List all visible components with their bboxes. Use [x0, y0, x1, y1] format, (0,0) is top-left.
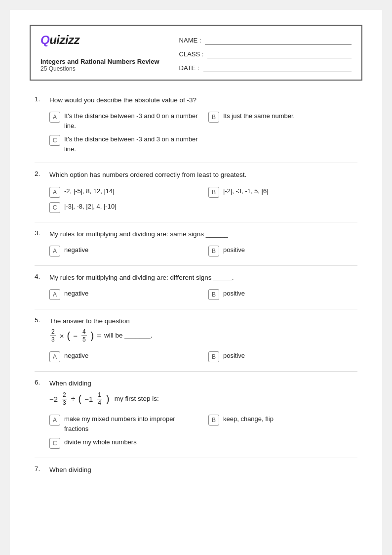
form-fields: NAME : CLASS : DATE :: [179, 33, 352, 72]
quiz-subtitle: 25 Questions: [40, 65, 159, 72]
answer-1a: A It's the distance between -3 and 0 on …: [49, 111, 198, 130]
answer-2b-label: B: [208, 187, 219, 198]
content: 1. How would you describe the absolute v…: [10, 90, 382, 499]
question-6-answers: A make my mixed numbers into improper fr…: [49, 414, 357, 449]
question-3-answers: A negative B positive: [49, 245, 357, 256]
left-paren-q6: (: [78, 394, 82, 404]
question-2-number: 2.: [35, 170, 44, 177]
question-4: 4. My rules for multiplying and dividing…: [35, 273, 357, 300]
equals-sign: =: [97, 332, 101, 340]
answer-6a-label: A: [49, 415, 60, 426]
answer-6b-text: keep, change, flip: [223, 414, 274, 424]
logo-uizizz: uizizz: [49, 33, 79, 46]
question-4-text: My rules for multiplying and dividing ar…: [49, 273, 234, 283]
answer-2a-label: A: [49, 187, 60, 198]
answer-5a: A negative: [49, 351, 198, 362]
question-5: 5. The answer to the question 2 3 × ( − …: [35, 316, 357, 362]
answer-2c-text: |-3|, -8, |2|, 4, |-10|: [64, 202, 117, 212]
question-7-text: When dividing: [49, 465, 91, 475]
date-line[interactable]: [203, 63, 352, 72]
divider-3: [35, 265, 357, 266]
answer-5b-label: B: [208, 351, 219, 362]
answer-3b-label: B: [208, 246, 219, 256]
answer-3a: A negative: [49, 245, 198, 256]
question-2-row: 2. Which option has numbers ordered corr…: [35, 170, 357, 180]
answer-3b: B positive: [208, 245, 357, 256]
question-6-text: When dividing: [49, 379, 159, 388]
header-box: Quizizz Integers and Rational Numbers Re…: [30, 25, 362, 81]
answer-3a-label: A: [49, 246, 60, 256]
divider-1: [35, 163, 357, 163]
divider-4: [35, 309, 357, 309]
question-5-number: 5.: [35, 316, 44, 324]
question-5-text: The answer to the question: [49, 316, 153, 326]
question-7: 7. When dividing: [35, 465, 357, 475]
answer-4a-label: A: [49, 289, 60, 300]
question-3: 3. My rules for multiplying and dividing…: [35, 229, 357, 256]
question-7-number: 7.: [35, 465, 44, 472]
question-3-number: 3.: [35, 229, 44, 237]
answer-6b: B keep, change, flip: [208, 414, 357, 433]
answer-5b: B positive: [208, 351, 357, 362]
answer-6c: C divide my whole numbers: [49, 437, 198, 449]
answer-1c-label: C: [49, 135, 60, 146]
question-4-number: 4.: [35, 273, 44, 280]
logo-q: Q: [40, 33, 49, 46]
question-5-row: 5. The answer to the question 2 3 × ( − …: [35, 316, 357, 345]
answer-4a: A negative: [49, 289, 198, 300]
answer-2a: A -2, |-5|, 8, 12, |14|: [49, 186, 198, 198]
divider-5: [35, 371, 357, 372]
answer-6c-label: C: [49, 438, 60, 449]
name-row: NAME :: [179, 36, 352, 44]
answer-4b: B positive: [208, 289, 357, 300]
question-5-math: 2 3 × ( − 4 5 ) = will be _______.: [49, 328, 153, 343]
question-5-answers: A negative B positive: [49, 351, 357, 362]
logo-section: Quizizz Integers and Rational Numbers Re…: [40, 33, 159, 72]
question-3-text: My rules for multiplying and dividing ar…: [49, 229, 228, 239]
class-line[interactable]: [207, 49, 352, 58]
answer-2c: C |-3|, -8, |2|, 4, |-10|: [49, 202, 198, 213]
question-2-answers: A -2, |-5|, 8, 12, |14| B |-2|, -3, -1, …: [49, 186, 357, 213]
answer-6a-text: make my mixed numbers into improper frac…: [64, 414, 198, 433]
frac-1-4-q6: 1 4: [97, 391, 102, 406]
answer-4b-text: positive: [223, 289, 245, 299]
neg-1-q6: −1: [84, 395, 93, 403]
div-sign: ÷: [71, 394, 76, 403]
answer-1b-label: B: [208, 112, 219, 123]
answer-1a-text: It's the distance between -3 and 0 on a …: [64, 111, 198, 130]
question-6: 6. When dividing −2 2 3 ÷ ( −1 1: [35, 379, 357, 449]
answer-1b-text: Its just the same number.: [223, 111, 295, 121]
question-1: 1. How would you describe the absolute v…: [35, 95, 357, 154]
answer-6b-label: B: [208, 415, 219, 426]
quiz-title: Integers and Rational Numbers Review: [40, 58, 159, 65]
date-row: DATE :: [179, 63, 352, 72]
answer-5a-text: negative: [64, 351, 88, 361]
question-1-row: 1. How would you describe the absolute v…: [35, 95, 357, 105]
question-2-text: Which option has numbers ordered correct…: [49, 170, 246, 180]
question-6-math: −2 2 3 ÷ ( −1 1 4 ) my first ste: [49, 391, 159, 406]
neg-sign: −: [73, 332, 78, 340]
question-1-answers: A It's the distance between -3 and 0 on …: [49, 111, 357, 154]
answer-2a-text: -2, |-5|, 8, 12, |14|: [64, 186, 115, 196]
page: Quizizz Integers and Rational Numbers Re…: [10, 10, 382, 555]
name-line[interactable]: [205, 36, 352, 44]
answer-1a-label: A: [49, 112, 60, 123]
answer-1c-text: It's the distance between -3 and 3 on a …: [64, 134, 198, 154]
answer-1b: B Its just the same number.: [208, 111, 357, 130]
neg-2: −2: [49, 395, 58, 403]
divider-2: [35, 222, 357, 222]
question-1-text: How would you describe the absolute valu…: [49, 95, 196, 105]
frac-2-3: 2 3: [50, 328, 56, 343]
question-4-answers: A negative B positive: [49, 289, 357, 300]
right-paren: ): [91, 331, 94, 341]
question-7-row: 7. When dividing: [35, 465, 357, 475]
logo: Quizizz: [40, 33, 159, 47]
class-label: CLASS :: [179, 50, 204, 58]
answer-2b: B |-2|, -3, -1, 5, |6|: [208, 186, 357, 198]
answer-2c-label: C: [49, 202, 60, 213]
answer-6c-text: divide my whole numbers: [64, 437, 137, 447]
answer-1c: C It's the distance between -3 and 3 on …: [49, 134, 198, 154]
class-row: CLASS :: [179, 49, 352, 58]
name-label: NAME :: [179, 37, 201, 44]
answer-2b-text: |-2|, -3, -1, 5, |6|: [223, 186, 269, 196]
